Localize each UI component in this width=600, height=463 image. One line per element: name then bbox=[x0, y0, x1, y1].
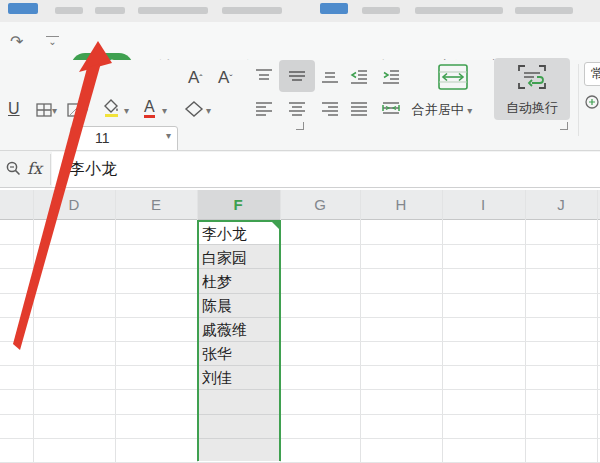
titlebar-blur-text bbox=[95, 7, 125, 14]
group-expander-icon[interactable] bbox=[296, 122, 304, 130]
gridline bbox=[0, 438, 600, 439]
gridline bbox=[0, 244, 600, 245]
chevron-down-icon[interactable]: ▾ bbox=[124, 106, 129, 116]
eraser-icon[interactable] bbox=[182, 97, 206, 121]
gridline bbox=[115, 190, 116, 463]
currency-icon[interactable] bbox=[584, 94, 600, 110]
chevron-down-icon[interactable]: ▾ bbox=[162, 106, 167, 116]
vertical-align-middle-icon[interactable] bbox=[285, 64, 309, 88]
wrap-text-label: 自动换行 bbox=[498, 99, 566, 117]
wrap-text-icon bbox=[517, 63, 547, 91]
formula-input[interactable]: 李小龙 bbox=[52, 152, 600, 187]
chevron-down-icon[interactable]: ▾ bbox=[206, 106, 211, 116]
increase-font-button[interactable]: Aˆ bbox=[188, 68, 203, 88]
titlebar-blur-text bbox=[415, 7, 503, 14]
increase-font-label: A bbox=[188, 68, 199, 87]
titlebar-blur-text bbox=[515, 7, 573, 14]
column-header-g[interactable]: G bbox=[300, 193, 340, 217]
cell-f2[interactable]: 白家园 bbox=[202, 246, 276, 270]
gridline bbox=[0, 365, 600, 366]
font-color-button[interactable]: A bbox=[144, 98, 155, 118]
ribbon-divider bbox=[578, 64, 579, 136]
ribbon-tab-bar: ↷ ⌄ 开始 插入 页面布局 公式 数据 审阅 视图 开发工具 bbox=[0, 22, 600, 60]
justify-icon[interactable] bbox=[347, 96, 371, 120]
gridline bbox=[0, 293, 600, 294]
decrease-font-button[interactable]: Aˇ bbox=[218, 68, 233, 88]
titlebar-blur-text bbox=[362, 7, 400, 14]
cell-f6[interactable]: 张华 bbox=[202, 342, 276, 366]
vertical-align-bottom-icon[interactable] bbox=[318, 64, 342, 88]
ribbon-home-panel: 11 ▾ Aˆ Aˇ U ▾ ▾ ▾ A ▾ ▾ bbox=[0, 60, 600, 151]
decrease-font-label: A bbox=[218, 68, 229, 87]
cell-f4[interactable]: 陈晨 bbox=[202, 294, 276, 318]
wrap-text-button[interactable]: 自动换行 bbox=[494, 58, 570, 120]
column-header-e[interactable]: E bbox=[136, 193, 176, 217]
gridline bbox=[525, 190, 526, 463]
decrease-indent-icon[interactable] bbox=[347, 64, 371, 88]
column-header-j[interactable]: J bbox=[541, 193, 581, 217]
spreadsheet-app-window: ↷ ⌄ 开始 插入 页面布局 公式 数据 审阅 视图 开发工具 11 ▾ Aˆ … bbox=[0, 0, 600, 463]
column-header-i[interactable]: I bbox=[463, 193, 503, 217]
window-tab-1[interactable] bbox=[8, 3, 38, 14]
underline-button[interactable]: U bbox=[8, 100, 20, 118]
gridline bbox=[0, 414, 600, 415]
merge-center-label: 合并居中 bbox=[412, 102, 464, 117]
font-size-value[interactable]: 11 bbox=[95, 130, 110, 146]
redo-icon[interactable]: ↷ bbox=[10, 34, 23, 49]
gridline bbox=[33, 190, 34, 463]
gridline bbox=[442, 190, 443, 463]
chevron-down-icon[interactable]: ▾ bbox=[52, 106, 57, 116]
caret-down-icon: ˇ bbox=[229, 74, 232, 85]
align-center-icon[interactable] bbox=[285, 96, 309, 120]
titlebar-blur-text bbox=[222, 7, 282, 14]
search-icon[interactable] bbox=[5, 160, 22, 177]
group-expander-icon[interactable] bbox=[560, 122, 568, 130]
gridline bbox=[0, 268, 600, 269]
gridline bbox=[360, 190, 361, 463]
cell-f1[interactable]: 李小龙 bbox=[202, 222, 276, 246]
gridline bbox=[0, 317, 600, 318]
titlebar-blur-text bbox=[55, 7, 83, 14]
align-left-icon[interactable] bbox=[252, 96, 276, 120]
caret-up-icon: ˆ bbox=[199, 74, 202, 85]
insert-function-button[interactable]: fx bbox=[27, 159, 42, 178]
chevron-down-icon[interactable]: ▾ bbox=[166, 131, 171, 141]
cell-f5[interactable]: 戚薇维 bbox=[202, 318, 276, 342]
collapse-ribbon-icon[interactable]: ⌄ bbox=[46, 36, 59, 46]
font-size-combo[interactable]: 11 ▾ bbox=[70, 126, 178, 153]
column-header-h[interactable]: H bbox=[381, 193, 421, 217]
increase-indent-icon[interactable] bbox=[379, 64, 403, 88]
window-tab-2[interactable] bbox=[320, 3, 348, 14]
number-format-label: 常 bbox=[591, 66, 600, 81]
column-header-f[interactable]: F bbox=[218, 193, 258, 217]
vertical-align-top-icon[interactable] bbox=[252, 64, 276, 88]
distribute-text-icon[interactable] bbox=[379, 96, 403, 120]
number-format-dropdown[interactable]: 常 bbox=[584, 62, 600, 86]
chevron-down-icon: ▾ bbox=[467, 105, 472, 116]
gridline bbox=[597, 190, 598, 463]
cell-f3[interactable]: 杜梦 bbox=[202, 270, 276, 294]
selection-border-left bbox=[197, 220, 199, 461]
formula-bar: fx 李小龙 bbox=[0, 150, 600, 188]
titlebar-blur-text bbox=[138, 7, 208, 14]
selection-border-right bbox=[279, 220, 281, 461]
formula-value: 李小龙 bbox=[69, 159, 117, 180]
chevron-down-icon[interactable]: ▾ bbox=[83, 106, 88, 116]
gridline bbox=[0, 389, 600, 390]
window-titlebar bbox=[0, 0, 600, 23]
cell-f7[interactable]: 刘佳 bbox=[202, 366, 276, 390]
align-right-icon[interactable] bbox=[318, 96, 342, 120]
merge-center-icon[interactable] bbox=[437, 63, 469, 91]
merge-center-button[interactable]: 合并居中 ▾ bbox=[404, 101, 480, 119]
gridline bbox=[0, 341, 600, 342]
column-header-d[interactable]: D bbox=[54, 193, 94, 217]
formula-bar-divider bbox=[50, 154, 51, 185]
fill-color-icon[interactable] bbox=[100, 96, 124, 120]
